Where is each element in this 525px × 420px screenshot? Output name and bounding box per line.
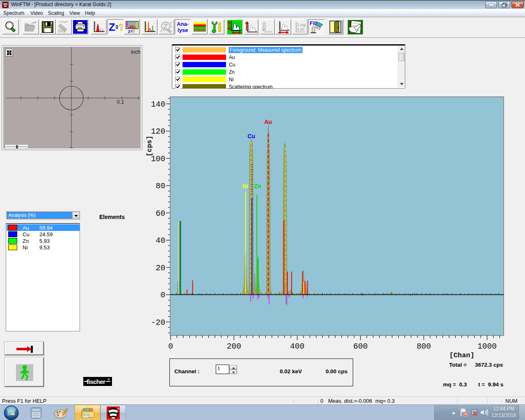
- svg-text:Z: Z: [163, 23, 168, 31]
- svg-text:Cu: Cu: [248, 133, 256, 139]
- svg-text:z: z: [160, 29, 162, 33]
- svg-text:400: 400: [290, 342, 304, 351]
- svg-text:20: 20: [156, 264, 165, 273]
- svg-text:Au: Au: [265, 119, 272, 125]
- svg-text:Z: Z: [109, 22, 115, 32]
- svg-text:600: 600: [353, 342, 368, 351]
- svg-text:0.1: 0.1: [117, 99, 124, 105]
- svg-text:800: 800: [417, 342, 431, 351]
- svg-text:®: ®: [107, 378, 110, 381]
- svg-text:Lin: Lin: [297, 27, 304, 32]
- svg-text:?: ?: [119, 22, 123, 32]
- svg-text:[cps]: [cps]: [146, 135, 153, 156]
- svg-text:fischer: fischer: [87, 378, 105, 385]
- svg-text:40: 40: [156, 236, 165, 245]
- svg-text:[Chan]: [Chan]: [449, 352, 474, 359]
- svg-text:0: 0: [168, 342, 173, 351]
- svg-text:z: z: [170, 25, 172, 29]
- svg-text:200: 200: [227, 342, 241, 351]
- svg-text:140: 140: [151, 100, 165, 109]
- svg-text:120: 120: [151, 127, 165, 136]
- svg-text:?: ?: [132, 29, 135, 33]
- svg-text:60: 60: [156, 209, 165, 218]
- svg-text:DEL: DEL: [58, 29, 66, 33]
- svg-text:18: 18: [117, 407, 120, 410]
- svg-text:Ni: Ni: [242, 183, 248, 189]
- svg-text:0: 0: [160, 291, 165, 300]
- svg-text:Zn: Zn: [254, 183, 261, 189]
- svg-text:-20: -20: [151, 318, 165, 327]
- svg-text:1000: 1000: [477, 342, 497, 351]
- svg-text:inch: inch: [131, 49, 140, 55]
- svg-text:80: 80: [156, 182, 165, 191]
